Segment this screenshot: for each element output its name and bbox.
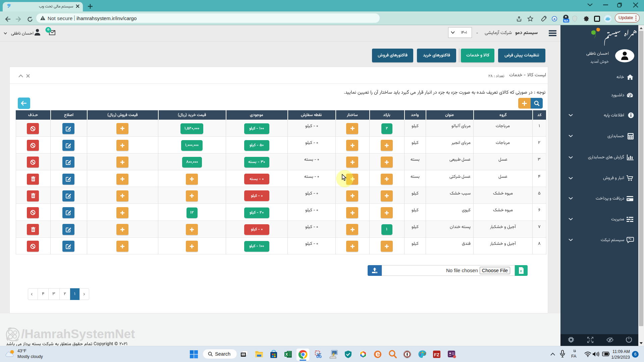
svg-text:x: x — [520, 269, 522, 273]
svg-text:X: X — [285, 352, 288, 356]
svg-text:NA: NA — [564, 19, 569, 22]
svg-text:a: a — [553, 17, 555, 21]
svg-text:FZ: FZ — [434, 352, 439, 357]
